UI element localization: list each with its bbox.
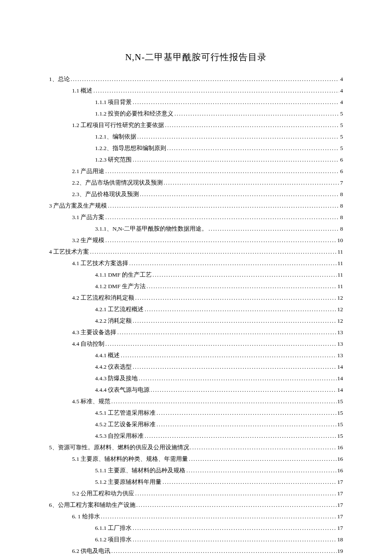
toc-entry: 5.1 主要原、辅材料的种类、规格、年需用量16 [49,453,343,465]
toc-entry-page: 8 [340,211,343,223]
toc-entry-label: 4.4.4 仪表气源与电源 [95,384,150,396]
toc-leader-dots [133,534,336,545]
toc-leader-dots [208,223,339,234]
toc-entry: 5.2 公用工程和动力供应17 [49,488,343,499]
toc-leader-dots [144,430,336,442]
toc-entry: 1.2 工程项目可行性研究的主要依据5 [49,119,343,131]
toc-entry-page: 4 [340,85,343,96]
toc-leader-dots [105,165,339,177]
toc-leader-dots [189,453,336,465]
toc-entry-label: 2.1 产品用途 [72,165,104,177]
toc-entry-page: 4 [340,73,343,85]
toc-entry-page: 7 [340,177,343,188]
toc-entry-page: 17 [337,488,343,499]
toc-entry-label: 3 产品方案及生产规模 [49,200,107,211]
toc-leader-dots [111,545,336,555]
toc-entry: 4.2 工艺流程和消耗定额12 [49,292,343,304]
toc-entry-page: 11 [337,246,343,257]
toc-entry-page: 11 [337,269,343,280]
toc-entry-page: 4 [340,96,343,108]
toc-leader-dots [121,350,336,361]
toc-entry-label: 4.5 标准、规范 [72,396,110,407]
toc-entry-label: 4.1.2 DMF 生产方法 [95,280,146,292]
toc-leader-dots [71,73,340,85]
toc-entry: 3 产品方案及生产规模8 [49,200,343,211]
toc-entry-page: 6 [340,165,343,177]
toc-entry-page: 17 [337,499,343,511]
toc-entry: 4.3 主要设备选择13 [49,327,343,338]
toc-entry: 4.5.2 工艺设备采用标准15 [49,419,343,430]
toc-leader-dots [105,338,336,350]
toc-entry-page: 16 [337,442,343,453]
toc-entry-page: 11 [337,280,343,292]
toc-entry-page: 14 [337,361,343,373]
toc-entry-label: 1.1.1 项目背景 [95,96,132,108]
toc-entry-label: 1.2.2、指导思想和编制原则 [95,142,166,154]
toc-leader-dots [150,384,336,396]
toc-entry: 5、资源可靠性。原材料、燃料的供应及公用设施情况16 [49,442,343,453]
toc-entry-page: 12 [337,315,343,327]
toc-entry-page: 16 [337,453,343,465]
toc-entry-label: 4.2.2 消耗定额 [95,315,132,327]
toc-entry-label: 4.1.1 DMF 的生产工艺 [95,269,152,280]
toc-entry-label: 1.1.2 投资的必要性和经济意义 [95,108,173,119]
toc-entry-label: 5.1 主要原、辅材料的种类、规格、年需用量 [72,453,188,465]
toc-leader-dots [101,511,337,522]
toc-entry: 2.3、产品价格现状及预测8 [49,188,343,200]
toc-entry: 5.1.1 主要原、辅材料的品种及规格16 [49,465,343,476]
toc-leader-dots [133,522,336,534]
toc-entry-label: 6、公用工程方案和辅助生产设施 [49,499,135,511]
toc-leader-dots [147,280,337,292]
toc-entry-label: 4.5.2 工艺设备采用标准 [95,419,156,430]
toc-entry-label: 1.2.1、编制依据 [95,131,136,142]
toc-entry-label: 1.1 概述 [72,85,92,96]
toc-entry: 4.2.1 工艺流程概述12 [49,304,343,315]
toc-entry: 1.1.2 投资的必要性和经济意义5 [49,108,343,119]
toc-leader-dots [105,211,339,223]
toc-entry-page: 8 [340,200,343,211]
toc-entry-page: 15 [337,430,343,442]
toc-entry: 1、总论4 [49,73,343,85]
toc-entry: 4.1 工艺技术方案选择11 [49,257,343,269]
toc-leader-dots [105,234,336,246]
toc-leader-dots [190,442,337,453]
toc-entry: 4.5.3 自控采用标准15 [49,430,343,442]
toc-entry-page: 5 [340,108,343,119]
page-title: N,N-二甲基甲酰胺可行性报告目录 [49,51,343,63]
toc-entry-label: 4.4 自动控制 [72,338,104,350]
toc-entry-page: 19 [337,545,343,555]
toc-leader-dots [90,246,337,257]
toc-entry: 1.1.1 项目背景4 [49,96,343,108]
toc-entry: 3.1.1、N,N-二甲基甲酰胺的物性数据用途。8 [49,223,343,234]
toc-entry-page: 14 [337,373,343,384]
toc-entry-label: 4.4.1 概述 [95,350,120,361]
toc-entry-label: 4.2 工艺流程和消耗定额 [72,292,134,304]
toc-leader-dots [153,269,337,280]
toc-entry: 6.1.2 项目排水18 [49,534,343,545]
toc-entry-page: 18 [337,534,343,545]
toc-entry-page: 15 [337,407,343,419]
toc-leader-dots [129,257,337,269]
toc-leader-dots [135,292,336,304]
toc-leader-dots [144,304,336,315]
toc-entry: 4.4.4 仪表气源与电源14 [49,384,343,396]
toc-leader-dots [162,476,336,488]
toc-entry: 2.1 产品用途6 [49,165,343,177]
toc-entry-label: 1.2 工程项目可行性研究的主要依据 [72,119,164,131]
toc-entry-page: 17 [337,511,343,522]
toc-entry: 6. 1 给排水17 [49,511,343,522]
toc-entry-label: 4.5.3 自控采用标准 [95,430,144,442]
toc-entry: 4.4.3 防爆及接地14 [49,373,343,384]
toc-leader-dots [167,142,339,154]
toc-entry: 1.1 概述4 [49,85,343,96]
toc-leader-dots [108,200,339,211]
toc-entry: 4.4 自动控制13 [49,338,343,350]
toc-entry-page: 17 [337,522,343,534]
toc-entry: 6.2 供电及电讯19 [49,545,343,555]
toc-entry: 5.1.2 主要原辅材料年用量17 [49,476,343,488]
toc-entry: 3.2 生产规模10 [49,234,343,246]
toc-leader-dots [93,85,339,96]
toc-entry-page: 12 [337,292,343,304]
toc-entry: 1.2.3 研究范围6 [49,154,343,165]
toc-leader-dots [137,131,339,142]
